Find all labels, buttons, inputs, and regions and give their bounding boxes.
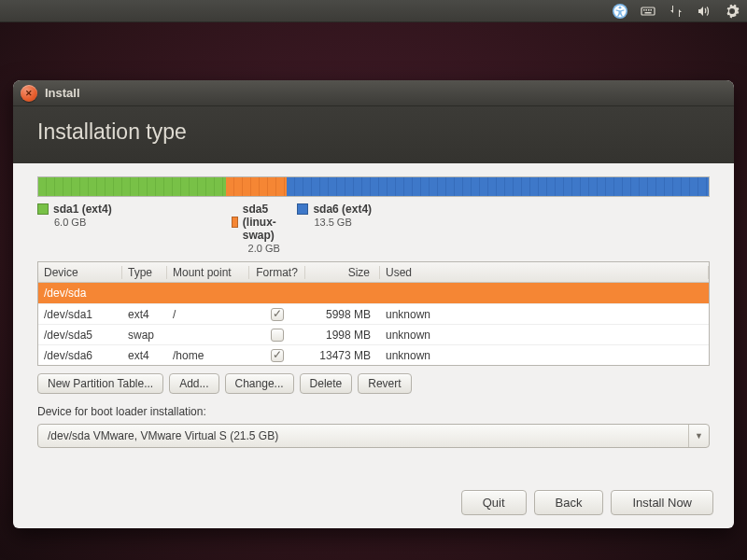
cell-size: 1998 MB — [305, 329, 380, 342]
cell-format — [249, 328, 305, 342]
cell-mount: / — [167, 308, 249, 321]
window-titlebar: Install — [13, 80, 734, 106]
page-heading: Installation type — [13, 106, 734, 163]
swatch-icon — [232, 217, 238, 228]
change-button[interactable]: Change... — [225, 373, 294, 394]
legend-size: 13.5 GB — [297, 217, 710, 228]
swatch-icon — [297, 203, 308, 215]
add-button[interactable]: Add... — [169, 373, 218, 394]
back-button[interactable]: Back — [534, 490, 604, 515]
cell-used: unknown — [380, 329, 709, 342]
format-checkbox[interactable] — [271, 308, 284, 321]
legend-label: sda1 (ext4) — [53, 203, 112, 216]
system-menubar — [0, 0, 747, 22]
revert-button[interactable]: Revert — [358, 373, 411, 394]
install-now-button[interactable]: Install Now — [611, 490, 713, 515]
disk-row[interactable]: /dev/sda — [38, 283, 709, 303]
col-used: Used — [380, 266, 709, 279]
quit-button[interactable]: Quit — [461, 490, 527, 515]
svg-point-9 — [730, 9, 734, 13]
keyboard-icon[interactable] — [641, 4, 655, 19]
cell-size: 5998 MB — [305, 308, 380, 321]
col-format: Format? — [249, 266, 305, 279]
swatch-icon — [37, 203, 49, 215]
cell-device: /dev/sda6 — [38, 349, 122, 362]
content-area: sda1 (ext4)6.0 GBsda5 (linux-swap)2.0 GB… — [13, 163, 734, 481]
legend-sda1: sda1 (ext4)6.0 GB — [37, 203, 226, 254]
delete-button[interactable]: Delete — [300, 373, 353, 394]
partition-segment-sda6[interactable] — [287, 177, 709, 196]
col-type: Type — [122, 266, 167, 279]
svg-point-2 — [619, 6, 622, 8]
bootloader-value: /dev/sda VMware, VMware Virtual S (21.5 … — [38, 429, 688, 442]
legend-size: 2.0 GB — [232, 243, 292, 254]
legend-size: 6.0 GB — [37, 217, 226, 228]
cell-mount: /home — [167, 349, 249, 362]
settings-gear-icon[interactable] — [725, 4, 740, 19]
cell-format — [249, 307, 305, 321]
table-row[interactable]: /dev/sda6ext4/home13473 MBunknown — [38, 344, 709, 365]
cell-used: unknown — [380, 308, 709, 321]
partition-table[interactable]: Device Type Mount point Format? Size Use… — [37, 261, 710, 366]
legend-sda6: sda6 (ext4)13.5 GB — [297, 203, 710, 254]
col-mount: Mount point — [167, 266, 249, 279]
volume-icon[interactable] — [697, 4, 712, 19]
cell-type: ext4 — [122, 349, 167, 362]
format-checkbox[interactable] — [271, 349, 284, 362]
col-device: Device — [38, 266, 122, 279]
window-title: Install — [45, 86, 80, 100]
svg-rect-7 — [651, 9, 653, 11]
partition-segment-sda1[interactable] — [38, 177, 226, 196]
table-row[interactable]: /dev/sda5swap1998 MBunknown — [38, 324, 709, 344]
cell-device: /dev/sda5 — [38, 329, 122, 342]
partition-bar: sda1 (ext4)6.0 GBsda5 (linux-swap)2.0 GB… — [37, 176, 710, 254]
svg-rect-8 — [645, 12, 652, 14]
partition-segment-sda5[interactable] — [226, 177, 287, 196]
legend-label: sda6 (ext4) — [313, 203, 372, 216]
table-header-row: Device Type Mount point Format? Size Use… — [38, 262, 709, 283]
cell-used: unknown — [380, 349, 709, 362]
cell-size: 13473 MB — [305, 349, 380, 362]
cell-type: swap — [122, 329, 167, 342]
table-row[interactable]: /dev/sda1ext4/5998 MBunknown — [38, 303, 709, 324]
cell-format — [249, 348, 305, 362]
cell-type: ext4 — [122, 308, 167, 321]
network-icon[interactable] — [669, 4, 684, 19]
bootloader-select[interactable]: /dev/sda VMware, VMware Virtual S (21.5 … — [37, 424, 710, 448]
cell-device: /dev/sda1 — [38, 308, 122, 321]
accessibility-icon[interactable] — [613, 4, 627, 19]
format-checkbox[interactable] — [271, 329, 284, 342]
chevron-down-icon[interactable]: ▼ — [688, 425, 709, 447]
installer-window: Install Installation type sda1 (ext4)6.0… — [13, 80, 734, 528]
wizard-footer: Quit Back Install Now — [13, 481, 734, 528]
new-partition-table-button[interactable]: New Partition Table... — [37, 373, 163, 394]
col-size: Size — [305, 266, 380, 279]
legend-sda5: sda5 (linux-swap)2.0 GB — [232, 203, 292, 254]
svg-rect-4 — [643, 9, 645, 11]
svg-rect-6 — [648, 9, 650, 11]
legend-label: sda5 (linux-swap) — [243, 203, 292, 242]
window-close-button[interactable] — [21, 85, 37, 102]
svg-rect-5 — [646, 9, 648, 11]
partition-buttons: New Partition Table... Add... Change... … — [37, 373, 710, 394]
bootloader-label: Device for boot loader installation: — [37, 405, 710, 418]
svg-rect-3 — [641, 7, 655, 15]
